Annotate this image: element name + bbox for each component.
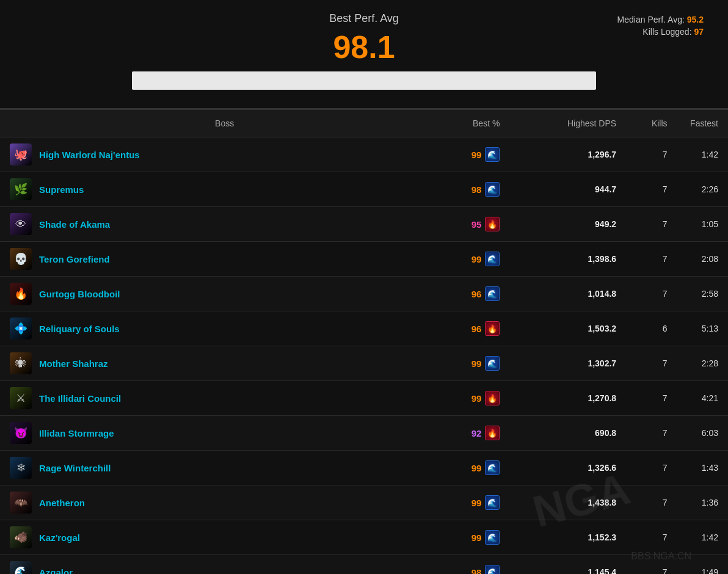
- spec-icon-10: 🌊: [485, 495, 500, 510]
- spec-icon-2: 🔥: [485, 217, 500, 231]
- boss-name-7: The Illidari Council: [39, 393, 121, 404]
- pct-value-3: 99: [467, 254, 481, 264]
- median-perf-row: Median Perf. Avg: 95.2: [617, 15, 704, 24]
- side-stats: Median Perf. Avg: 95.2 Kills Logged: 97: [617, 15, 704, 39]
- boss-cell-0: 🐙 High Warlord Naj'entus: [0, 137, 422, 172]
- col-best-pct: Best %: [422, 110, 509, 137]
- best-pct-cell-7: 99 🔥: [422, 381, 509, 416]
- kills-cell-4: 7: [626, 277, 677, 311]
- best-pct-cell-3: 99 🌊: [422, 242, 509, 277]
- boss-icon-12: 🌊: [10, 561, 32, 574]
- table-row[interactable]: 🌿 Supremus 98 🌊 944.7 7 2:26: [0, 172, 728, 207]
- dps-cell-3: 1,398.6: [509, 242, 626, 277]
- spec-icon-9: 🌊: [485, 460, 500, 475]
- boss-cell-3: 💀 Teron Gorefiend: [0, 242, 422, 277]
- fastest-cell-0: 1:42: [677, 137, 728, 172]
- boss-name-5: Reliquary of Souls: [39, 324, 120, 334]
- boss-icon-7: ⚔: [10, 387, 32, 409]
- boss-name-0: High Warlord Naj'entus: [39, 150, 140, 160]
- dps-cell-4: 1,014.8: [509, 277, 626, 311]
- table-row[interactable]: 💀 Teron Gorefiend 99 🌊 1,398.6 7 2:08: [0, 242, 728, 277]
- spec-icon-6: 🌊: [485, 356, 500, 371]
- boss-icon-4: 🔥: [10, 283, 32, 305]
- pct-value-5: 96: [467, 324, 481, 334]
- boss-cell-4: 🔥 Gurtogg Bloodboil: [0, 277, 422, 311]
- table-row[interactable]: ⚔ The Illidari Council 99 🔥 1,270.8 7 4:…: [0, 381, 728, 416]
- pct-value-0: 99: [467, 150, 481, 160]
- best-pct-cell-0: 99 🌊: [422, 137, 509, 172]
- best-pct-cell-11: 99 🌊: [422, 520, 509, 555]
- pct-value-10: 99: [467, 498, 481, 508]
- fastest-cell-3: 2:08: [677, 242, 728, 277]
- pct-value-8: 92: [467, 428, 481, 438]
- dps-cell-2: 949.2: [509, 207, 626, 242]
- boss-cell-11: 🐗 Kaz'rogal: [0, 520, 422, 555]
- table-row[interactable]: 🕷 Mother Shahraz 99 🌊 1,302.7 7 2:28: [0, 346, 728, 381]
- boss-icon-3: 💀: [10, 248, 32, 270]
- boss-cell-12: 🌊 Azgalor: [0, 555, 422, 575]
- boss-name-10: Anetheron: [39, 498, 85, 508]
- best-pct-cell-1: 98 🌊: [422, 172, 509, 207]
- table-row[interactable]: 💠 Reliquary of Souls 96 🔥 1,503.2 6 5:13: [0, 311, 728, 346]
- col-kills: Kills: [626, 110, 677, 137]
- table-row[interactable]: 🐗 Kaz'rogal 99 🌊 1,152.3 7 1:42: [0, 520, 728, 555]
- kills-cell-1: 7: [626, 172, 677, 207]
- dps-cell-0: 1,296.7: [509, 137, 626, 172]
- spec-icon-4: 🌊: [485, 286, 500, 301]
- dps-cell-6: 1,302.7: [509, 346, 626, 381]
- pct-value-9: 99: [467, 463, 481, 473]
- fastest-cell-9: 1:43: [677, 451, 728, 485]
- table-row[interactable]: 🔥 Gurtogg Bloodboil 96 🌊 1,014.8 7 2:58: [0, 277, 728, 311]
- dps-cell-10: 1,438.8: [509, 485, 626, 520]
- boss-name-2: Shade of Akama: [39, 219, 110, 230]
- kills-cell-10: 7: [626, 485, 677, 520]
- table-row[interactable]: 🌊 Azgalor 98 🌊 1,145.4 7 1:49: [0, 555, 728, 575]
- fastest-cell-5: 5:13: [677, 311, 728, 346]
- kills-cell-5: 6: [626, 311, 677, 346]
- kills-cell-9: 7: [626, 451, 677, 485]
- table-row[interactable]: 😈 Illidan Stormrage 92 🔥 690.8 7 6:03: [0, 416, 728, 451]
- best-pct-cell-4: 96 🌊: [422, 277, 509, 311]
- boss-cell-2: 👁 Shade of Akama: [0, 207, 422, 242]
- boss-cell-1: 🌿 Supremus: [0, 172, 422, 207]
- boss-cell-7: ⚔ The Illidari Council: [0, 381, 422, 416]
- pct-value-7: 99: [467, 393, 481, 404]
- boss-name-1: Supremus: [39, 184, 84, 195]
- fastest-cell-7: 4:21: [677, 381, 728, 416]
- fastest-cell-8: 6:03: [677, 416, 728, 451]
- pct-value-4: 96: [467, 289, 481, 299]
- best-pct-cell-8: 92 🔥: [422, 416, 509, 451]
- best-perf-label: Best Perf. Avg: [24, 12, 704, 25]
- dps-cell-8: 690.8: [509, 416, 626, 451]
- boss-name-11: Kaz'rogal: [39, 532, 80, 543]
- fastest-cell-1: 2:26: [677, 172, 728, 207]
- table-row[interactable]: 🐙 High Warlord Naj'entus 99 🌊 1,296.7 7 …: [0, 137, 728, 172]
- spec-icon-5: 🔥: [485, 321, 500, 336]
- kills-logged-row: Kills Logged: 97: [617, 27, 704, 37]
- table-row[interactable]: ❄ Rage Winterchill 99 🌊 1,326.6 7 1:43: [0, 451, 728, 485]
- boss-icon-2: 👁: [10, 213, 32, 235]
- best-pct-cell-6: 99 🌊: [422, 346, 509, 381]
- spec-icon-7: 🔥: [485, 391, 500, 405]
- boss-cell-10: 🦇 Anetheron: [0, 485, 422, 520]
- table-row[interactable]: 🦇 Anetheron 99 🌊 1,438.8 7 1:36: [0, 485, 728, 520]
- boss-name-8: Illidan Stormrage: [39, 428, 114, 438]
- dps-cell-12: 1,145.4: [509, 555, 626, 575]
- boss-cell-6: 🕷 Mother Shahraz: [0, 346, 422, 381]
- pct-value-6: 99: [467, 358, 481, 369]
- fastest-cell-6: 2:28: [677, 346, 728, 381]
- fastest-cell-12: 1:49: [677, 555, 728, 575]
- boss-cell-8: 😈 Illidan Stormrage: [0, 416, 422, 451]
- boss-icon-9: ❄: [10, 457, 32, 479]
- boss-icon-6: 🕷: [10, 352, 32, 374]
- table-row[interactable]: 👁 Shade of Akama 95 🔥 949.2 7 1:05: [0, 207, 728, 242]
- dps-cell-9: 1,326.6: [509, 451, 626, 485]
- boss-icon-8: 😈: [10, 422, 32, 444]
- redacted-bar: [132, 71, 596, 90]
- fastest-cell-10: 1:36: [677, 485, 728, 520]
- kills-cell-3: 7: [626, 242, 677, 277]
- kills-label: Kills Logged:: [642, 27, 691, 37]
- best-perf-value: 98.1: [24, 29, 704, 65]
- pct-value-2: 95: [467, 219, 481, 230]
- kills-cell-2: 7: [626, 207, 677, 242]
